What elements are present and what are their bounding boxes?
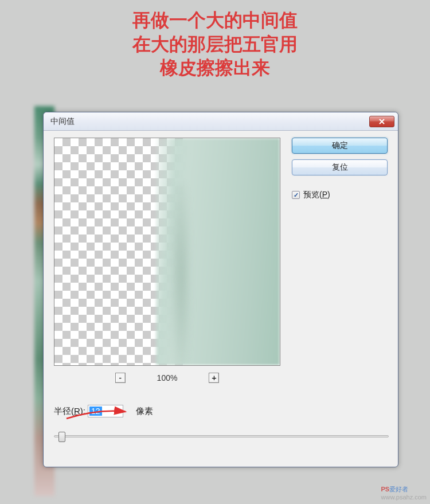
dialog-controls: 确定 复位 ✓ 预览(P) (280, 138, 388, 383)
preview-label: 预览(P) (303, 190, 330, 200)
radius-input[interactable]: 12 (88, 405, 123, 417)
zoom-out-button[interactable]: - (115, 373, 126, 383)
minus-icon: - (118, 374, 122, 382)
watermark: PS爱好者 www.psahz.com (381, 485, 427, 501)
plus-icon: + (212, 374, 216, 382)
instruction-line: 再做一个大的中间值 (0, 9, 430, 33)
median-dialog: 中间值 - 100% + (43, 112, 398, 467)
radius-value: 12 (89, 407, 102, 416)
instruction-line: 在大的那层把五官用 (0, 33, 430, 57)
reset-button[interactable]: 复位 (292, 159, 388, 175)
radius-slider[interactable] (54, 431, 389, 442)
preview-image-shadow (167, 183, 194, 365)
close-icon (378, 119, 385, 124)
dialog-body: - 100% + 确定 复位 ✓ 预览(P) (44, 131, 398, 390)
preview-area: - 100% + (54, 138, 280, 383)
zoom-in-button[interactable]: + (209, 373, 219, 383)
instruction-text: 再做一个大的中间值 在大的那层把五官用 橡皮擦擦出来 (0, 0, 430, 80)
slider-groove (54, 435, 389, 437)
zoom-controls: - 100% + (54, 373, 280, 383)
preview-checkbox[interactable]: ✓ (292, 191, 300, 199)
watermark-url: www.psahz.com (381, 494, 427, 501)
preview-box[interactable] (54, 138, 280, 366)
dialog-title: 中间值 (50, 116, 369, 127)
dialog-titlebar[interactable]: 中间值 (44, 112, 398, 131)
watermark-ps: PS (381, 486, 390, 493)
slider-thumb[interactable] (58, 432, 65, 442)
unit-label: 像素 (136, 406, 153, 417)
radius-row: 半径(R): 12 像素 (54, 405, 153, 417)
close-button[interactable] (369, 116, 394, 127)
reset-button-label: 复位 (332, 162, 348, 173)
watermark-hz: 爱好者 (389, 486, 408, 493)
instruction-line: 橡皮擦擦出来 (0, 56, 430, 80)
zoom-level-label: 100% (157, 373, 178, 382)
ok-button[interactable]: 确定 (292, 138, 388, 154)
preview-checkbox-row[interactable]: ✓ 预览(P) (292, 190, 388, 200)
ok-button-label: 确定 (332, 140, 348, 151)
check-icon: ✓ (294, 192, 299, 199)
radius-label: 半径(R): (54, 406, 85, 417)
